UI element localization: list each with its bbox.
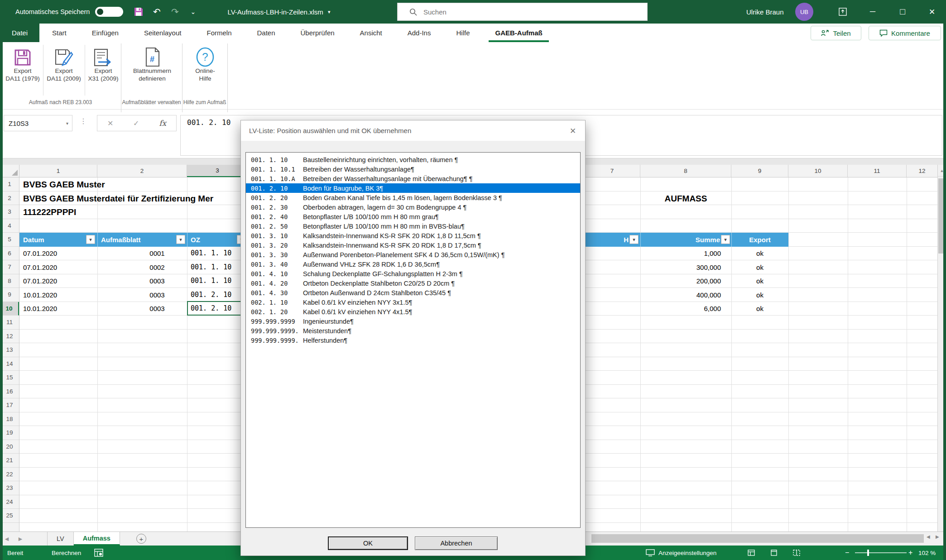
lv-list-item[interactable]: 002. 1. 20Kabel 0.6/1 kV einziehen NYY 4… bbox=[246, 307, 580, 316]
row-header-15[interactable]: 15 bbox=[0, 371, 19, 385]
cell-oz[interactable]: 001. 1. 10 bbox=[191, 274, 231, 288]
ribbon-display-options-button[interactable] bbox=[829, 0, 857, 24]
redo-button[interactable]: ↷ bbox=[166, 4, 184, 20]
tab-hilfe[interactable]: Hilfe bbox=[443, 24, 482, 42]
autosave-toggle[interactable] bbox=[95, 7, 123, 17]
filter-button-aufmassblatt[interactable]: ▾ bbox=[176, 235, 185, 244]
cell-datum[interactable]: 10.01.2020 bbox=[23, 302, 57, 316]
lv-list-item[interactable]: 002. 1. 10Kabel 0.6/1 kV einziehen NYY 3… bbox=[246, 297, 580, 307]
cell-export[interactable]: ok bbox=[731, 246, 788, 260]
lv-list-item[interactable]: 001. 2. 30Oberboden abtragen, lagern d= … bbox=[246, 202, 580, 212]
lv-list-item[interactable]: 001. 1. 10.1Betreiben der Wasserhaltungs… bbox=[246, 164, 580, 174]
cell-summe[interactable]: 6,000 bbox=[640, 302, 721, 316]
normal-view-button[interactable] bbox=[744, 546, 758, 560]
cell-export[interactable]: ok bbox=[731, 260, 788, 274]
export-x31-2009-button[interactable]: Export X31 (2009) bbox=[86, 43, 120, 97]
cell-r3c1[interactable]: 111222PPPPI bbox=[23, 205, 76, 219]
filter-button-h[interactable]: ▾ bbox=[629, 235, 639, 244]
cell-datum[interactable]: 07.01.2020 bbox=[23, 260, 57, 274]
lv-list-item[interactable]: 001. 3. 30Außenwand Porenbeton-Planeleme… bbox=[246, 250, 580, 259]
column-header-10[interactable]: 10 bbox=[788, 165, 848, 177]
lv-position-list[interactable]: 001. 1. 10Baustelleneinrichtung einricht… bbox=[245, 152, 581, 528]
lv-list-item[interactable]: 001. 4. 10Schalung Deckenplatte GF-Schal… bbox=[246, 269, 580, 278]
cell-oz[interactable]: 001. 1. 10 bbox=[191, 260, 231, 274]
row-header-9[interactable]: 9 bbox=[0, 288, 19, 302]
zoom-slider[interactable] bbox=[855, 546, 907, 560]
lv-list-item-selected[interactable]: 001. 2. 10Boden für Baugrube, BK 3¶ bbox=[246, 183, 580, 193]
page-layout-view-button[interactable] bbox=[767, 546, 781, 560]
cell-summe[interactable]: 200,000 bbox=[640, 274, 721, 288]
search-box[interactable] bbox=[397, 3, 648, 21]
cell-summe[interactable]: 1,000 bbox=[640, 246, 721, 260]
column-header-2[interactable]: 2 bbox=[97, 165, 187, 177]
row-header-21[interactable]: 21 bbox=[0, 454, 19, 468]
lv-list-item[interactable]: 001. 3. 10Kalksandstein-Innenwand KS-R S… bbox=[246, 231, 580, 240]
row-header-4[interactable]: 4 bbox=[0, 219, 19, 233]
lv-list-item[interactable]: 001. 1. 10Baustelleneinrichtung einricht… bbox=[246, 155, 580, 164]
tab-ansicht[interactable]: Ansicht bbox=[347, 24, 395, 42]
avatar[interactable]: UB bbox=[795, 3, 813, 21]
cell-oz[interactable]: 001. 1. 10 bbox=[191, 246, 231, 260]
cell-datum[interactable]: 07.01.2020 bbox=[23, 274, 57, 288]
comments-button[interactable]: Kommentare bbox=[869, 26, 941, 40]
column-header-1[interactable]: 1 bbox=[19, 165, 97, 177]
cell-export[interactable]: ok bbox=[731, 288, 788, 302]
maximize-button[interactable]: □ bbox=[888, 0, 917, 24]
tab-daten[interactable]: Daten bbox=[244, 24, 288, 42]
row-header-16[interactable]: 16 bbox=[0, 385, 19, 399]
page-break-view-button[interactable] bbox=[790, 546, 803, 560]
zoom-in-button[interactable]: + bbox=[908, 546, 912, 560]
macro-record-icon[interactable] bbox=[94, 546, 103, 560]
row-header-14[interactable]: 14 bbox=[0, 357, 19, 371]
export-da11-1979-button[interactable]: Export DA11 (1979) bbox=[4, 43, 42, 97]
close-button[interactable]: ✕ bbox=[918, 0, 946, 24]
dialog-titlebar[interactable]: LV-Liste: Position auswählen und mit OK … bbox=[241, 120, 585, 141]
select-all-corner[interactable] bbox=[0, 165, 19, 177]
cell-aufmassblatt[interactable]: 0001 bbox=[127, 246, 187, 260]
confirm-entry-button[interactable]: ✓ bbox=[133, 119, 139, 128]
sheet-tab-lv[interactable]: LV bbox=[47, 532, 74, 546]
document-title[interactable]: LV-Aufmass-LBH-in-Zeilen.xlsm bbox=[227, 8, 323, 16]
row-header-6[interactable]: 6 bbox=[0, 247, 19, 261]
cell-export[interactable]: ok bbox=[731, 302, 788, 316]
display-settings-button[interactable]: Anzeigeeinstellungen bbox=[646, 546, 716, 560]
cell-aufmass[interactable]: AUFMASS bbox=[640, 191, 731, 206]
cell-r1c1[interactable]: BVBS GAEB Muster bbox=[23, 177, 105, 191]
horizontal-scroll-thumb[interactable] bbox=[591, 534, 924, 543]
cell-datum[interactable]: 07.01.2020 bbox=[23, 246, 57, 260]
cancel-entry-button[interactable]: ✕ bbox=[107, 119, 113, 128]
cell-summe[interactable]: 400,000 bbox=[640, 288, 721, 302]
row-header-11[interactable]: 11 bbox=[0, 316, 19, 330]
cell-r2c1[interactable]: BVBS GAEB Musterdatei für Zertifizierung… bbox=[23, 191, 213, 206]
dialog-close-icon[interactable]: ✕ bbox=[567, 125, 579, 137]
hscroll-right-icon[interactable]: ▶ bbox=[936, 534, 939, 539]
column-header-7[interactable]: 7 bbox=[584, 165, 640, 177]
export-da11-2009-button[interactable]: Export DA11 (2009) bbox=[45, 43, 83, 97]
blattnummern-definieren-button[interactable]: # Blattnummern definieren bbox=[124, 43, 180, 97]
status-calculate[interactable]: Berechnen bbox=[52, 546, 81, 560]
tab-datei[interactable]: Datei bbox=[0, 24, 39, 42]
column-header-9[interactable]: 9 bbox=[731, 165, 788, 177]
cancel-button[interactable]: Abbrechen bbox=[415, 536, 498, 550]
cell-aufmassblatt[interactable]: 0003 bbox=[127, 274, 187, 288]
minimize-button[interactable]: ─ bbox=[859, 0, 887, 24]
column-header-3[interactable]: 3 bbox=[187, 165, 248, 177]
lv-list-item[interactable]: 001. 2. 40Betonpflaster L/B 100/100 mm H… bbox=[246, 212, 580, 221]
sheet-nav-right-icon[interactable]: ▶ bbox=[14, 532, 27, 546]
row-header-10[interactable]: 10 bbox=[0, 302, 19, 316]
customize-qat-button[interactable]: ⌄ bbox=[184, 4, 202, 20]
ok-button[interactable]: OK bbox=[328, 536, 408, 550]
share-button[interactable]: Teilen bbox=[811, 26, 861, 40]
namebox-dropdown-icon[interactable]: ▾ bbox=[66, 121, 68, 126]
cell-aufmassblatt[interactable]: 0003 bbox=[127, 302, 187, 316]
cell-aufmassblatt[interactable]: 0003 bbox=[127, 288, 187, 302]
tab-addins[interactable]: Add-Ins bbox=[395, 24, 444, 42]
lv-list-item[interactable]: 999.999.9999.Helferstunden¶ bbox=[246, 335, 580, 345]
tab-gaeb-aufmass[interactable]: GAEB-Aufmaß bbox=[482, 24, 555, 42]
column-header-12[interactable]: 12 bbox=[907, 165, 937, 177]
lv-list-item[interactable]: 001. 4. 20Ortbeton Deckenplatte Stahlbet… bbox=[246, 278, 580, 288]
search-input[interactable] bbox=[423, 8, 613, 16]
row-header-22[interactable]: 22 bbox=[0, 468, 19, 482]
column-header-11[interactable]: 11 bbox=[848, 165, 907, 177]
zoom-level[interactable]: 102 % bbox=[918, 546, 936, 560]
